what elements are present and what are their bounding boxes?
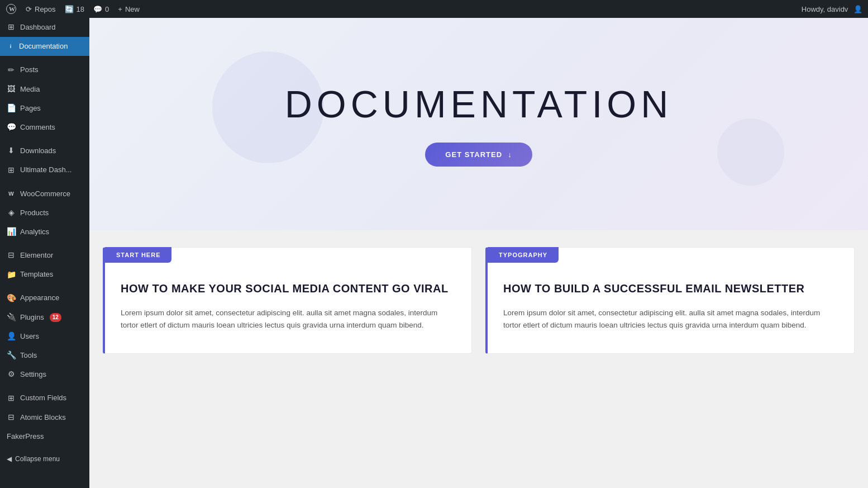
hero-section: DOCUMENTATION GET STARTED ↓ [89, 18, 868, 230]
get-started-button[interactable]: GET STARTED ↓ [425, 143, 532, 167]
analytics-icon: 📊 [7, 228, 16, 236]
sidebar-item-pages[interactable]: 📄 Pages [0, 99, 89, 118]
plugins-icon: 🔌 [7, 313, 16, 322]
products-icon: ◈ [7, 209, 16, 217]
sidebar-label-templates: Templates [20, 269, 53, 279]
card-title-2: HOW TO BUILD A SUCCESSFUL EMAIL NEWSLETT… [503, 281, 838, 296]
sidebar-label-ultimate-dash: Ultimate Dash... [20, 165, 71, 175]
wordpress-logo-icon: W [6, 3, 17, 15]
templates-icon: 📁 [7, 270, 16, 279]
collapse-label: Collapse menu [15, 455, 60, 463]
sidebar-label-fakerpress: FakerPress [7, 432, 44, 442]
card-start-here: START HERE HOW TO MAKE YOUR SOCIAL MEDIA… [103, 247, 472, 354]
sidebar-item-fakerpress[interactable]: FakerPress [0, 427, 89, 446]
sidebar-label-pages: Pages [20, 103, 41, 113]
sidebar-item-templates[interactable]: 📁 Templates [0, 265, 89, 284]
sidebar-item-media[interactable]: 🖼 Media [0, 80, 89, 99]
card-tag-typography: TYPOGRAPHY [488, 247, 559, 263]
comments-icon: 💬 [93, 5, 102, 13]
comments-count: 0 [105, 5, 109, 13]
sidebar-item-ultimate-dash[interactable]: ⊞ Ultimate Dash... [0, 160, 89, 179]
main-content: DOCUMENTATION GET STARTED ↓ START HERE H… [89, 18, 868, 488]
sidebar-item-custom-fields[interactable]: ⊞ Custom Fields [0, 388, 89, 408]
sidebar-label-media: Media [20, 84, 40, 94]
sidebar-item-tools[interactable]: 🔧 Tools [0, 346, 89, 365]
avatar-icon: 👤 [853, 5, 862, 13]
sidebar-item-analytics[interactable]: 📊 Analytics [0, 222, 89, 241]
woocommerce-icon: w [7, 189, 16, 198]
comments-item[interactable]: 💬 0 [93, 5, 109, 13]
sidebar-label-woocommerce: WooCommerce [20, 189, 70, 199]
media-icon: 🖼 [7, 85, 16, 94]
card-text-2: Lorem ipsum dolor sit amet, consectetur … [503, 307, 838, 331]
sidebar-item-downloads[interactable]: ⬇ Downloads [0, 141, 89, 160]
repos-label: Repos [35, 5, 56, 13]
sidebar-item-plugins[interactable]: 🔌 Plugins 12 [0, 308, 89, 327]
sidebar-label-downloads: Downloads [20, 146, 56, 156]
comments-icon: 💬 [7, 123, 16, 132]
sidebar-label-settings: Settings [20, 369, 46, 380]
collapse-menu-item[interactable]: ◀ Collapse menu [0, 451, 89, 467]
admin-bar: W ⟳ Repos 🔄 18 💬 0 + New Howdy, davidv 👤 [0, 0, 868, 18]
card-text-1: Lorem ipsum dolor sit amet, consectetur … [121, 307, 456, 331]
svg-text:W: W [9, 6, 15, 12]
sidebar-label-elementor: Elementor [20, 250, 53, 260]
sidebar-label-users: Users [20, 331, 39, 342]
dashboard-icon: ⊞ [7, 23, 16, 32]
custom-fields-icon: ⊞ [7, 394, 16, 402]
sidebar: ⊞ Dashboard i Documentation ✏ Posts 🖼 Me… [0, 18, 89, 488]
sidebar-item-users[interactable]: 👤 Users [0, 327, 89, 346]
card-body-2: HOW TO BUILD A SUCCESSFUL EMAIL NEWSLETT… [488, 248, 854, 353]
card-body-1: HOW TO MAKE YOUR SOCIAL MEDIA CONTENT GO… [105, 248, 471, 353]
plugins-badge: 12 [50, 313, 61, 322]
sidebar-label-products: Products [20, 208, 49, 218]
sidebar-label-custom-fields: Custom Fields [20, 393, 66, 403]
sidebar-label-analytics: Analytics [20, 227, 49, 237]
elementor-icon: ⊟ [7, 251, 16, 260]
sidebar-item-comments[interactable]: 💬 Comments [0, 118, 89, 137]
sidebar-label-dashboard: Dashboard [20, 22, 56, 32]
sidebar-label-atomic-blocks: Atomic Blocks [20, 413, 66, 423]
sidebar-label-appearance: Appearance [20, 293, 59, 303]
sidebar-item-elementor[interactable]: ⊟ Elementor [0, 246, 89, 265]
hero-title: DOCUMENTATION [285, 82, 673, 126]
card-title-1: HOW TO MAKE YOUR SOCIAL MEDIA CONTENT GO… [121, 281, 456, 296]
sidebar-label-documentation: Documentation [19, 41, 68, 51]
users-icon: 👤 [7, 332, 16, 341]
howdy-text: Howdy, davidv 👤 [802, 5, 862, 13]
repos-icon: ⟳ [26, 5, 32, 13]
sidebar-item-dashboard[interactable]: ⊞ Dashboard [0, 18, 89, 37]
updates-count: 18 [77, 5, 84, 13]
updates-icon: 🔄 [65, 5, 74, 13]
atomic-blocks-icon: ⊟ [7, 413, 16, 422]
hero-bg-circle-2 [717, 119, 784, 186]
get-started-label: GET STARTED [445, 150, 502, 159]
posts-icon: ✏ [7, 65, 16, 74]
card-tag-start-here: START HERE [105, 247, 171, 263]
pages-icon: 📄 [7, 104, 16, 113]
new-label: New [125, 5, 140, 13]
sidebar-item-products[interactable]: ◈ Products [0, 203, 89, 222]
new-item[interactable]: + New [118, 5, 140, 13]
downloads-icon: ⬇ [7, 146, 16, 155]
sidebar-item-posts[interactable]: ✏ Posts [0, 60, 89, 79]
card-typography: TYPOGRAPHY HOW TO BUILD A SUCCESSFUL EMA… [485, 247, 855, 354]
sidebar-item-atomic-blocks[interactable]: ⊟ Atomic Blocks [0, 408, 89, 427]
updates-item[interactable]: 🔄 18 [65, 5, 84, 13]
sidebar-label-comments: Comments [20, 122, 55, 132]
wp-logo[interactable]: W [6, 3, 17, 15]
sidebar-label-tools: Tools [20, 350, 37, 361]
tools-icon: 🔧 [7, 351, 16, 360]
ultimate-dash-icon: ⊞ [7, 165, 16, 174]
info-icon: i [7, 42, 15, 50]
get-started-arrow-icon: ↓ [508, 150, 512, 159]
sidebar-item-settings[interactable]: ⚙ Settings [0, 365, 89, 384]
sidebar-label-posts: Posts [20, 65, 39, 75]
sidebar-item-documentation[interactable]: i Documentation [0, 37, 89, 56]
repos-item[interactable]: ⟳ Repos [26, 5, 56, 13]
sidebar-item-appearance[interactable]: 🎨 Appearance [0, 288, 89, 307]
settings-icon: ⚙ [7, 370, 16, 379]
sidebar-label-plugins: Plugins [20, 312, 44, 323]
appearance-icon: 🎨 [7, 294, 16, 303]
sidebar-item-woocommerce[interactable]: w WooCommerce [0, 184, 89, 203]
